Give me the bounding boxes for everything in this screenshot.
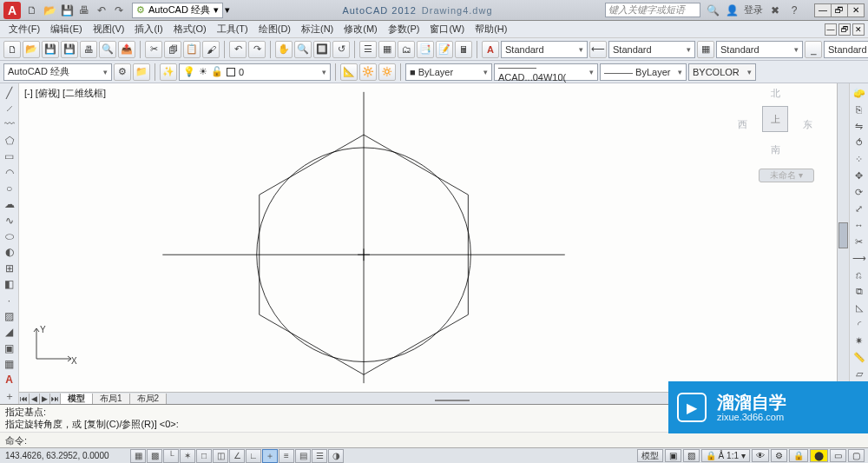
menu-edit[interactable]: 编辑(E) [45,22,88,36]
ml-style-icon[interactable]: ⎯ [805,41,822,58]
wssave-icon[interactable]: 📁 [133,63,150,81]
osnap-toggle[interactable]: □ [196,449,212,463]
arc-icon[interactable]: ◠ [2,165,17,180]
layuniso-icon[interactable]: 🔅 [378,63,396,81]
chamfer-icon[interactable]: ◺ [852,300,867,315]
help-icon[interactable]: ? [787,3,801,17]
break-icon[interactable]: ⎌ [852,267,867,282]
tab-layout1[interactable]: 布局1 [93,394,130,404]
gradient-icon[interactable]: ◢ [2,325,17,340]
qat-open-icon[interactable]: 📂 [42,3,57,18]
menu-format[interactable]: 格式(O) [168,22,212,36]
grid-toggle[interactable]: ▩ [147,449,162,463]
doc-minimize[interactable]: — [825,23,837,36]
dim-style-combo[interactable]: Standard▾ [608,41,695,58]
command-input[interactable] [30,435,863,446]
join-icon[interactable]: ⧉ [852,283,867,299]
props-icon[interactable]: ☰ [359,41,377,58]
earc-icon[interactable]: ◐ [2,245,17,260]
menu-view[interactable]: 视图(V) [88,22,130,36]
linetype-combo[interactable]: ———— ACAD...04W10(▾ [494,63,598,81]
spline-icon[interactable]: ∿ [2,213,17,228]
menu-tools[interactable]: 工具(T) [212,22,253,36]
extend-icon[interactable]: ⟶ [852,250,867,266]
viewcube-badge[interactable]: 未命名 ▾ [759,169,814,182]
table-icon[interactable]: ▦ [2,356,17,371]
viewcube-top[interactable]: 上 [762,106,788,132]
layiso-icon[interactable]: 🔆 [359,63,377,81]
otrack-toggle[interactable]: ∠ [229,449,245,463]
tab-layout2[interactable]: 布局2 [130,394,168,404]
menu-help[interactable]: 帮助(H) [470,22,512,36]
redo-icon[interactable]: ↷ [248,41,266,58]
hardware-icon[interactable]: ⬤ [810,449,828,462]
insert-icon[interactable]: ⊞ [2,261,17,275]
sc-toggle[interactable]: ◑ [328,449,344,463]
search-input[interactable]: 键入关键字或短语 [605,3,700,17]
wssettings-icon[interactable]: ⚙ [114,63,131,81]
menu-insert[interactable]: 插入(I) [129,22,168,36]
markup-icon[interactable]: 📝 [436,41,453,58]
hatch-icon[interactable]: ▨ [2,308,17,323]
copy2-icon[interactable]: ⎘ [852,102,867,117]
offset-icon[interactable]: ⥀ [852,135,867,150]
region-icon[interactable]: ▣ [2,341,17,355]
preview-icon[interactable]: 🔍 [99,41,116,58]
doc-restore[interactable]: 🗗 [838,23,851,36]
iso-icon[interactable]: ▭ [830,449,846,462]
toolbarlock-icon[interactable]: 🔒 [789,449,808,462]
undo-icon[interactable]: ↶ [229,41,247,58]
wsswitch-icon[interactable]: ⚙ [771,449,787,462]
cut-icon[interactable]: ✂ [145,41,162,58]
menu-draw[interactable]: 绘图(D) [253,22,296,36]
restore-button[interactable]: 🗗 [831,3,848,17]
erase-icon[interactable]: 🧽 [852,85,867,101]
drawing-canvas[interactable]: [-] [俯视] [二维线框] Y [19,83,837,392]
workspace-combo[interactable]: ⚙ AutoCAD 经典 ▾ [132,3,223,18]
command-line[interactable]: 命令: [0,433,868,448]
tabnav-last[interactable]: ⏭ [50,394,61,404]
qat-new-icon[interactable]: 🗋 [24,3,40,18]
rect-icon[interactable]: ▭ [2,149,17,164]
tabnav-first[interactable]: ⏮ [19,394,30,404]
qat-undo-icon[interactable]: ↶ [94,3,109,18]
login-icon[interactable]: 👤 [725,3,739,17]
dist-icon[interactable]: 📏 [852,349,867,365]
menu-window[interactable]: 窗口(W) [424,22,470,36]
modelspace-button[interactable]: 模型 [637,449,663,462]
dyn-toggle[interactable]: ＋ [262,449,278,463]
polar-toggle[interactable]: ✶ [180,449,195,463]
table-style-combo[interactable]: Standard▾ [716,41,803,58]
lineweight-combo[interactable]: ——— ByLayer▾ [600,63,687,81]
line-icon[interactable]: ╱ [2,85,17,100]
array-icon[interactable]: ⁘ [852,151,867,167]
area-icon[interactable]: ▱ [852,366,867,381]
plot-icon[interactable]: 🖶 [80,41,97,58]
pline-icon[interactable]: 〰 [2,117,17,132]
qat-plot-icon[interactable]: 🖶 [76,3,92,18]
qp-toggle[interactable]: ☰ [312,449,327,463]
qat-redo-icon[interactable]: ↷ [111,3,127,18]
close-button[interactable]: ✕ [847,3,865,17]
xline-icon[interactable]: ⟋ [2,101,17,116]
menu-dim[interactable]: 标注(N) [296,22,339,36]
text-style-icon[interactable]: A [482,41,499,58]
ellipse-icon[interactable]: ⬭ [2,228,17,243]
block-icon[interactable]: ◧ [2,277,17,292]
copy-icon[interactable]: 🗐 [164,41,181,58]
pan-icon[interactable]: ✋ [275,41,293,58]
tabnav-prev[interactable]: ◀ [30,394,40,404]
zoomprev-icon[interactable]: ↺ [332,41,350,58]
match-icon[interactable]: 🖌 [202,41,220,58]
laymcur-icon[interactable]: 📐 [340,63,358,81]
revcloud-icon[interactable]: ☁ [2,197,17,212]
polygon-icon[interactable]: ⬠ [2,133,17,148]
login-label[interactable]: 登录 [744,3,763,17]
layer-combo[interactable]: 💡 ☀ 🔓 0▾ [179,63,331,81]
ducs-toggle[interactable]: ∟ [246,449,261,463]
app-logo[interactable]: A [3,2,21,19]
viewport-label[interactable]: [-] [俯视] [二维线框] [24,87,106,100]
addsel-icon[interactable]: ＋ [2,388,17,404]
quickview-icon[interactable]: ▣ [665,449,681,462]
plotstyle-combo[interactable]: BYCOLOR▾ [688,63,756,81]
